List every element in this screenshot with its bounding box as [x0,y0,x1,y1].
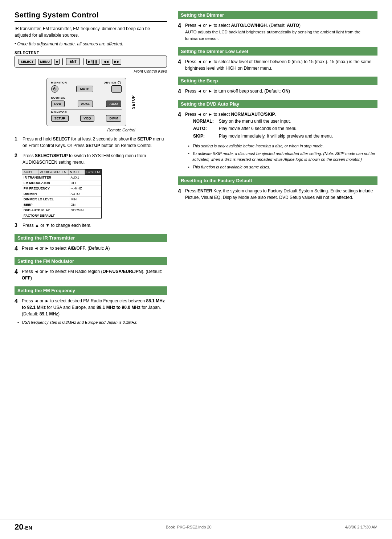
fm-frequency-heading: Setting the FM Frequency [15,286,167,295]
dimmer-step-content: Press ◄ or ► to select AUTO/LOW/HIGH. (D… [185,22,377,42]
menu-col-audio: AUDIO&SCREEN [39,170,69,175]
page-number: 20-EN [15,522,32,532]
fm-mod-step-content: Press ◄ or ► to select FM Radio region (… [22,268,167,281]
monitor-label2: MONITOR [51,109,122,114]
menu-btn[interactable]: MENU [38,59,52,65]
fm-freq-note: • USA frequency step is 0.2MHz and Europ… [17,319,167,326]
menu-cell-dimlo: DIMMER LO LEVEL [22,197,69,202]
step-3-num: 3 [15,222,20,228]
select-label: SELECT [15,51,31,55]
dvd-btn[interactable]: DVD [51,101,65,107]
factory-reset-heading: Resetting to the Factory Default [178,176,377,185]
ir-step-content: Press ◄ or ► to select A/B/OFF. (Default… [22,245,110,252]
fm-freq-step-num: 4 [15,298,20,305]
factory-step-num: 4 [178,188,183,195]
menu-table: AUX1 AUDIO&SCREEN NTSC SYSTEM IR TRANSMI… [22,169,102,219]
dvd-note-2: • To activate SKIP mode, a disc must be … [188,151,377,163]
beep-step-content: Press ◄ or ► to turn on/off beep sound. … [185,88,290,94]
menu-cell-freq-val: --.-MHZ [69,186,101,191]
step-1-text: Press and hold SELECT for at least 2 sec… [23,136,167,149]
remote-diagram-area: MONITOR DEVICE ◯ ⏻ MUTE SOURCE [15,78,167,132]
veq-btn[interactable]: V.EQ [80,115,94,122]
next-btn[interactable]: ▶▶ [113,59,121,65]
dvd-auto-play-step: 4 Press ◄ or ► to select NORMAL/AUTO/SKI… [178,111,377,171]
play-pause-btn[interactable]: ▶/❚❚ [86,59,99,65]
dvd-note-3-text: This function is not available on some d… [192,164,270,170]
select-btn[interactable]: SELECT [19,59,36,65]
front-keys-label: Front Control Keys [15,69,167,73]
step-1: 1 Press and hold SELECT for at least 2 s… [15,136,167,149]
dimmer-heading: Setting the Dimmer [178,11,377,19]
dimm-btn[interactable]: DIMM [106,115,121,122]
beep-step-num: 4 [178,88,183,95]
dvd-note-2-text: To activate SKIP mode, a disc must be ej… [192,151,377,163]
skip-desc: Play movie Immediately. It will skip pre… [219,133,333,140]
fm-modulator-heading: Setting the FM Modulator [15,257,167,265]
auto-desc: Play movie after 6 seconds on the menu. [219,126,333,132]
ent-btn[interactable]: ENT [66,58,80,65]
dimmer-note: AUTO adjusts the LCD backlight brightnes… [185,30,360,41]
menu-row-6: BEEP ON [22,202,101,208]
menu-cell-dvd: DVD AUTO PLAY [22,208,69,213]
step-1-num: 1 [15,136,20,142]
dvd-step-content: Press ◄ or ► to select NORMAL/AUTO/SKIP.… [185,111,377,171]
italic-note: • Once this adjustment is made, all sour… [15,41,167,46]
menu-row-2: FM MODULATOR OFF [22,180,101,186]
ir-transmitter-step: 4 Press ◄ or ► to select A/B/OFF. (Defau… [15,245,167,252]
step-2: 2 Press SELECT/SETUP to switch to SYSTEM… [15,152,167,166]
fm-freq-note-text: USA frequency step is 0.2MHz and Europe … [22,319,138,326]
stop-btn[interactable]: ■ [54,59,60,65]
power-btn[interactable]: ⏻ [51,85,58,93]
aux1-btn[interactable]: AUX1 [78,101,93,107]
beep-step: 4 Press ◄ or ► to turn on/off beep sound… [178,88,377,95]
prev-btn[interactable]: ◀◀ [102,59,110,65]
front-control-keys: SELECT MENU ■ ENT ▶/❚❚ ◀◀ ▶▶ [15,56,167,68]
blank-btn[interactable] [111,85,122,93]
menu-row-3: FM FREQUENCY --.-MHZ [22,186,101,191]
menu-header: AUX1 AUDIO&SCREEN NTSC SYSTEM [22,170,101,175]
dvd-options-table: NORMAL: Stay on the menu until the user … [192,118,334,141]
dvd-step-num: 4 [178,111,183,118]
aux2-btn[interactable]: AUX2 [106,101,121,107]
menu-cell-dimmer-val: AUTO [69,191,101,196]
page-footer: 20-EN Book_PKG-RSE2.indb 20 4/8/06 2:17:… [0,519,392,532]
mute-btn[interactable]: MUTE [76,86,94,92]
menu-cell-freq: FM FREQUENCY [22,186,69,191]
step-2-num: 2 [15,152,20,158]
remote-box: MONITOR DEVICE ◯ ⏻ MUTE SOURCE [46,78,126,126]
dimmer-low-step-num: 4 [178,58,183,65]
footer-right: 4/8/06 2:17:30 AM [345,525,377,529]
dvd-auto-play-heading: Setting the DVD Auto Play [178,100,377,108]
menu-cell-factory: FACTORY DEFAULT [22,213,101,218]
diagram-area: SELECT ENT SELECT MENU ■ ENT ▶/❚❚ ◀◀ ▶▶ … [15,51,167,73]
menu-row-5: DIMMER LO LEVEL MIN [22,197,101,202]
remote-control: MONITOR DEVICE ◯ ⏻ MUTE SOURCE [46,78,135,126]
menu-cell-dvd-val: NORMAL [69,208,101,213]
page-title: Setting System Control [15,11,167,22]
step-2-text: Press SELECT/SETUP to switch to SYSTEM s… [23,152,167,166]
ir-transmitter-heading: Setting the IR Transmitter [15,234,167,242]
setup-btn[interactable]: SETUP [51,115,69,122]
footer-left: Book_PKG-RSE2.indb 20 [166,525,212,529]
step-3: 3 Press ▲ or ▼ to change each item. [15,222,167,229]
dimmer-low-heading: Setting the Dimmer Low Level [178,47,377,56]
device-label: DEVICE ◯ [103,81,121,84]
menu-row-7: DVD AUTO PLAY NORMAL [22,208,101,213]
fm-frequency-step: 4 Press ◄ or ► to select desired FM Radi… [15,298,167,317]
source-label: SOURCE [51,95,122,99]
menu-cell-fm: FM MODULATOR [22,180,69,185]
menu-cell-ir-val: AUX1 [69,175,101,180]
normal-desc: Stay on the menu until the user input. [219,118,333,125]
normal-label: NORMAL: [193,118,218,125]
dvd-note-1-text: This setting is only available before in… [192,143,324,149]
menu-cell-beep: BEEP [22,202,69,207]
menu-cell-fm-val: OFF [69,180,101,185]
menu-col-system: SYSTEM [85,170,101,175]
fm-freq-step-content: Press ◄ or ► to select desired FM Radio … [22,298,167,317]
step-3-text: Press ▲ or ▼ to change each item. [23,222,91,229]
menu-row-4: DIMMER AUTO [22,191,101,197]
auto-label: AUTO: [193,126,218,132]
dimmer-low-step-content: Press ◄ or ► to select low level of Dimm… [185,58,377,72]
menu-row-8: FACTORY DEFAULT [22,213,101,218]
fm-modulator-step: 4 Press ◄ or ► to select FM Radio region… [15,268,167,281]
